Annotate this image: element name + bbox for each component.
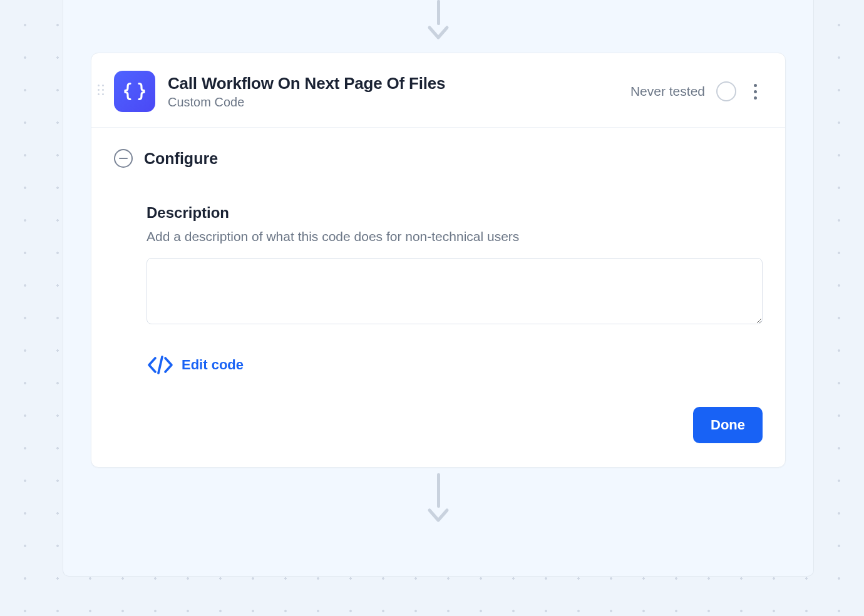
node-body: Configure Description Add a description … — [91, 128, 785, 467]
done-button[interactable]: Done — [693, 407, 763, 443]
minus-icon — [119, 158, 128, 160]
code-braces-icon — [114, 71, 155, 112]
drag-handle-icon[interactable] — [98, 85, 106, 96]
collapse-section-button[interactable] — [114, 149, 133, 168]
description-label: Description — [147, 204, 763, 222]
node-status-text: Never tested — [630, 84, 705, 99]
workflow-node-card: Call Workflow On Next Page Of Files Cust… — [91, 53, 786, 468]
section-title: Configure — [144, 150, 218, 168]
connector-arrow-top — [426, 0, 451, 43]
code-angle-icon — [147, 356, 174, 374]
connector-arrow-bottom — [426, 473, 451, 525]
node-title: Call Workflow On Next Page Of Files — [168, 73, 630, 94]
edit-code-button[interactable]: Edit code — [147, 356, 763, 374]
description-input[interactable] — [147, 258, 763, 324]
workflow-panel: Call Workflow On Next Page Of Files Cust… — [63, 0, 814, 577]
node-subtitle: Custom Code — [168, 95, 630, 110]
node-header[interactable]: Call Workflow On Next Page Of Files Cust… — [91, 53, 785, 128]
node-menu-button[interactable] — [748, 81, 763, 101]
edit-code-label: Edit code — [182, 357, 244, 373]
status-circle-icon[interactable] — [716, 81, 736, 101]
description-help: Add a description of what this code does… — [147, 229, 763, 244]
